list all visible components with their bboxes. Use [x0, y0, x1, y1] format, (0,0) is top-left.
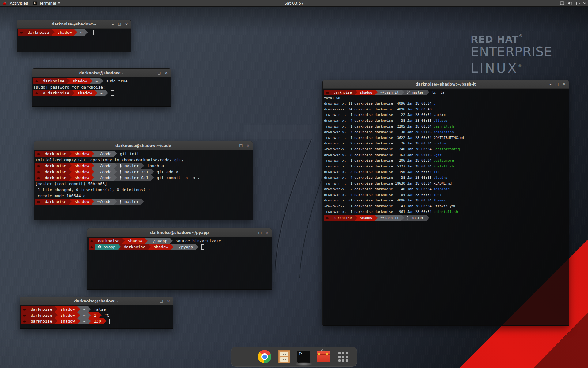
terminal-body[interactable]: darknoiseshadow~/pyappsource bin/activat…	[87, 237, 272, 290]
prompt-segment-cwd: ~/bash-it	[378, 215, 401, 221]
powerline-separator	[401, 90, 404, 95]
prompt-segment-host: shadow	[357, 90, 375, 95]
window-titlebar[interactable]: darknoise@shadow:~–□✕	[32, 69, 171, 77]
terminal-line: -rw-rw-r--. 1 darknoise darknoise 41 Jan…	[324, 204, 567, 209]
redhat-prompt-icon	[21, 312, 28, 319]
terminal-body[interactable]: darknoiseshadow~sudo true[sudo] password…	[32, 77, 171, 107]
minimize-button[interactable]: –	[154, 299, 156, 303]
powerline-separator	[141, 163, 144, 169]
powerline-separator	[77, 312, 80, 319]
maximize-button[interactable]: □	[239, 144, 243, 148]
window-titlebar[interactable]: darknoise@shadow:~–□✕	[20, 297, 173, 305]
python-venv-icon	[98, 245, 102, 249]
git-branch-icon	[120, 200, 123, 204]
prompt-segment-git: master	[404, 90, 427, 95]
prompt-segment-user: darknoise	[28, 312, 55, 319]
terminal-line: darknoiseshadow~/bash-itmaster	[324, 215, 567, 221]
terminal-cursor	[201, 244, 204, 250]
running-indicator	[295, 362, 313, 366]
redhat-prompt-icon	[33, 90, 40, 96]
clock[interactable]: Sat 03:57	[285, 1, 304, 6]
terminal-body[interactable]: darknoiseshadow~/codegit initInitialized…	[34, 150, 253, 220]
maximize-button[interactable]: □	[258, 231, 262, 235]
terminal-window-3: darknoise@shadow:~/code–□✕darknoiseshado…	[34, 141, 253, 220]
terminal-line: darknoiseshadow~/codegit init	[35, 151, 251, 157]
prompt-segment-cwd: ~/code	[94, 151, 114, 157]
close-button[interactable]: ✕	[165, 71, 168, 75]
powerline-separator	[401, 215, 404, 221]
chrome-icon[interactable]	[258, 350, 272, 364]
minimize-button[interactable]: –	[152, 71, 154, 75]
terminal-line: drwxrwxr-x. 4 darknoise darknoise 38 Jan…	[324, 118, 567, 124]
window-title: darknoise@shadow:~	[32, 71, 171, 75]
terminal-line: drwx------. 24 darknoise darknoise 4096 …	[324, 107, 567, 113]
minimize-button[interactable]: –	[253, 231, 254, 235]
terminal-line: -rwxrwxr-x. 1 darknoise darknoise 240 Ja…	[324, 147, 567, 152]
prompt-segment-host: shadow	[357, 215, 375, 221]
file-manager-icon[interactable]	[277, 350, 291, 364]
firefox-icon[interactable]	[238, 350, 252, 364]
terminal-icon[interactable]: $>	[297, 350, 311, 364]
powerline-separator	[55, 306, 58, 312]
terminal-line: drwxrwxr-x. 4 darknoise darknoise 38 Jan…	[324, 129, 567, 135]
toolbox-icon[interactable]	[316, 350, 330, 364]
maximize-button[interactable]: □	[556, 82, 559, 86]
powerline-separator	[72, 90, 75, 96]
git-branch-icon	[407, 90, 410, 94]
volume-icon[interactable]	[567, 1, 573, 5]
terminal-body[interactable]: darknoiseshadow~/bash-itmasterls -latota…	[323, 89, 569, 326]
prompt-segment-host: shadow	[58, 306, 77, 312]
terminal-line: drwxrwxr-x. 4 darknoise darknoise 84 Jan…	[324, 192, 567, 198]
terminal-line: Initialized empty Git repository in /hom…	[35, 157, 251, 163]
powerline-separator	[69, 151, 72, 157]
close-button[interactable]: ✕	[125, 22, 128, 26]
window-titlebar[interactable]: darknoise@shadow:~/bash-it–□✕	[323, 80, 569, 89]
display-icon[interactable]	[560, 1, 564, 5]
powerline-separator	[427, 215, 429, 221]
redhat-prompt-icon	[33, 78, 40, 84]
terminal-cursor	[432, 216, 435, 220]
app-grid-icon[interactable]	[336, 350, 350, 364]
close-button[interactable]: ✕	[266, 231, 269, 235]
power-icon[interactable]	[576, 1, 580, 6]
activities-button[interactable]: Activities	[10, 1, 28, 6]
terminal-body[interactable]: darknoiseshadow~falsedarknoiseshadow~1^C…	[20, 305, 173, 329]
prompt-segment-host: shadow	[72, 169, 92, 175]
powerline-separator	[355, 215, 357, 221]
powerline-separator	[92, 151, 94, 157]
terminal-line: # darknoiseshadow~	[33, 90, 170, 96]
command-text: git init	[120, 151, 139, 157]
maximize-button[interactable]: □	[160, 299, 163, 303]
powerline-separator	[196, 244, 198, 250]
minimize-button[interactable]: –	[234, 144, 236, 148]
close-button[interactable]: ✕	[247, 144, 250, 148]
terminal-cursor	[109, 319, 112, 324]
command-text: git add a	[157, 169, 178, 175]
command-text: touch a	[147, 163, 164, 169]
maximize-button[interactable]: □	[118, 22, 121, 26]
terminal-line: [master (root-commit) 50bcb63] .	[35, 181, 251, 187]
powerline-separator	[85, 29, 88, 36]
window-titlebar[interactable]: darknoise@shadow:~/pyapp–□✕	[87, 228, 272, 237]
prompt-segment-host: shadow	[72, 151, 92, 157]
close-button[interactable]: ✕	[563, 82, 566, 86]
powerline-separator	[55, 318, 58, 324]
powerline-separator	[148, 244, 151, 250]
redhat-prompt-icon	[35, 151, 42, 157]
app-menu-terminal[interactable]: $> Terminal	[33, 1, 60, 6]
powerline-separator	[105, 90, 108, 96]
chevron-down-icon[interactable]	[583, 2, 586, 4]
window-titlebar[interactable]: darknoise@shadow:~/code–□✕	[34, 141, 253, 150]
prompt-segment-user: darknoise	[28, 306, 55, 312]
prompt-segment-cwd: ~/pyapp	[148, 238, 170, 244]
prompt-segment-user: darknoise	[28, 318, 55, 324]
minimize-button[interactable]: –	[112, 22, 114, 26]
window-titlebar[interactable]: darknoise@shadow:~–□✕	[17, 20, 131, 29]
minimize-button[interactable]: –	[550, 82, 552, 86]
terminal-body[interactable]: darknoiseshadow~	[17, 29, 131, 52]
maximize-button[interactable]: □	[158, 71, 161, 75]
close-button[interactable]: ✕	[167, 299, 170, 303]
prompt-segment-host: shadow	[125, 238, 145, 244]
prompt-segment-cwd: ~/code	[94, 169, 114, 175]
terminal-line: darknoiseshadow~/codemaster ?:1git add a	[35, 169, 251, 175]
